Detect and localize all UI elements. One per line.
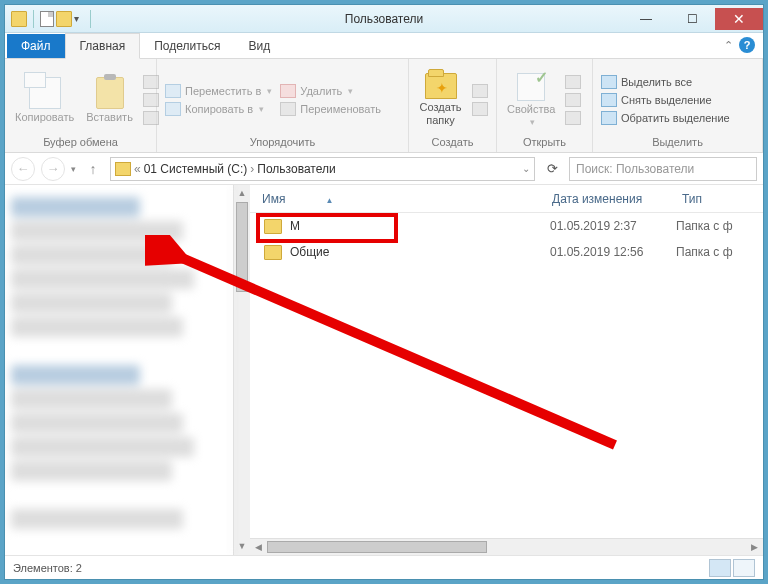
close-button[interactable]: ✕ xyxy=(715,8,763,30)
folder-icon xyxy=(115,162,131,176)
copy-path-button[interactable] xyxy=(141,92,161,108)
file-name: M xyxy=(290,219,546,233)
file-type: Папка с ф xyxy=(676,245,733,259)
invert-selection-button[interactable]: Обратить выделение xyxy=(599,110,732,126)
properties-button[interactable]: Свойства ▾ xyxy=(503,71,559,129)
tab-share[interactable]: Поделиться xyxy=(140,34,234,58)
list-item[interactable]: Общие 01.05.2019 12:56 Папка с ф xyxy=(250,239,763,265)
new-folder-button[interactable]: Создать папку xyxy=(415,71,466,127)
copy-to-button[interactable]: Копировать в▾ xyxy=(163,101,274,117)
column-date[interactable]: Дата изменения xyxy=(540,192,670,206)
back-button[interactable]: ← xyxy=(11,157,35,181)
nav-scrollbar[interactable]: ▲▼ xyxy=(233,185,250,555)
maximize-button[interactable]: ☐ xyxy=(669,8,715,30)
view-icons-button[interactable] xyxy=(733,559,755,577)
tab-view[interactable]: Вид xyxy=(234,34,284,58)
copy-button[interactable]: Копировать xyxy=(11,75,78,125)
address-seg-folder[interactable]: Пользователи xyxy=(257,162,335,176)
list-item[interactable]: M 01.05.2019 2:37 Папка с ф xyxy=(250,213,763,239)
ribbon-expand-icon[interactable]: ⌃ xyxy=(724,39,733,52)
help-icon[interactable]: ? xyxy=(739,37,755,53)
copy-label: Копировать xyxy=(15,111,74,123)
open-group-label: Открыть xyxy=(503,136,586,150)
minimize-button[interactable]: — xyxy=(623,8,669,30)
organize-group-label: Упорядочить xyxy=(163,136,402,150)
status-text: Элементов: 2 xyxy=(13,562,82,574)
select-all-button[interactable]: Выделить все xyxy=(599,74,732,90)
file-name: Общие xyxy=(290,245,546,259)
ribbon-tabs: Файл Главная Поделиться Вид ⌃ ? xyxy=(5,33,763,59)
title-bar: ▾ Пользователи — ☐ ✕ xyxy=(5,5,763,33)
edit-button[interactable] xyxy=(563,92,583,108)
properties-icon xyxy=(517,73,545,101)
folder-icon xyxy=(264,245,282,260)
rename-button[interactable]: Переименовать xyxy=(278,101,383,117)
window-title: Пользователи xyxy=(345,12,423,26)
qat-dropdown[interactable]: ▾ xyxy=(74,13,84,24)
folder-icon xyxy=(264,219,282,234)
paste-label: Вставить xyxy=(86,111,133,123)
explorer-window: ▾ Пользователи — ☐ ✕ Файл Главная Подели… xyxy=(4,4,764,580)
content-area: ▲▼ Имя▲ Дата изменения Тип M 01.05.2019 … xyxy=(5,185,763,555)
address-row: ← → ▾ ↑ « 01 Системный (C:) › Пользовате… xyxy=(5,153,763,185)
app-icon xyxy=(11,11,27,27)
address-bar[interactable]: « 01 Системный (C:) › Пользователи ⌄ xyxy=(110,157,535,181)
ribbon: Копировать Вставить Буфер обмена Перемес… xyxy=(5,59,763,153)
paste-shortcut-button[interactable] xyxy=(141,110,161,126)
easy-access-button[interactable] xyxy=(470,101,490,117)
file-date: 01.05.2019 12:56 xyxy=(546,245,676,259)
new-group-label: Создать xyxy=(415,136,490,150)
open-button[interactable] xyxy=(563,74,583,90)
tab-file[interactable]: Файл xyxy=(7,34,65,58)
search-input[interactable]: Поиск: Пользователи xyxy=(569,157,757,181)
delete-button[interactable]: Удалить▾ xyxy=(278,83,383,99)
properties-label: Свойства xyxy=(507,103,555,115)
tab-home[interactable]: Главная xyxy=(65,33,141,59)
qat-properties-icon[interactable] xyxy=(56,11,72,27)
copy-icon xyxy=(29,77,61,109)
select-group-label: Выделить xyxy=(599,136,756,150)
move-to-button[interactable]: Переместить в▾ xyxy=(163,83,274,99)
cut-button[interactable] xyxy=(141,74,161,90)
new-item-button[interactable] xyxy=(470,83,490,99)
select-none-button[interactable]: Снять выделение xyxy=(599,92,732,108)
forward-button[interactable]: → xyxy=(41,157,65,181)
status-bar: Элементов: 2 xyxy=(5,555,763,579)
clipboard-group-label: Буфер обмена xyxy=(11,136,150,150)
refresh-button[interactable]: ⟳ xyxy=(541,161,563,176)
new-folder-icon xyxy=(425,73,457,99)
column-name[interactable]: Имя▲ xyxy=(250,192,540,206)
column-headers: Имя▲ Дата изменения Тип xyxy=(250,185,763,213)
qat-new-icon[interactable] xyxy=(40,11,54,27)
history-button[interactable] xyxy=(563,110,583,126)
file-date: 01.05.2019 2:37 xyxy=(546,219,676,233)
navigation-pane[interactable] xyxy=(5,185,233,555)
file-type: Папка с ф xyxy=(676,219,733,233)
history-dropdown[interactable]: ▾ xyxy=(71,164,76,174)
view-details-button[interactable] xyxy=(709,559,731,577)
new-folder-label: Создать папку xyxy=(419,101,462,125)
file-list: Имя▲ Дата изменения Тип M 01.05.2019 2:3… xyxy=(250,185,763,555)
paste-button[interactable]: Вставить xyxy=(82,75,137,125)
list-scrollbar-h[interactable]: ◀▶ xyxy=(250,538,763,555)
paste-icon xyxy=(96,77,124,109)
column-type[interactable]: Тип xyxy=(670,192,763,206)
up-button[interactable]: ↑ xyxy=(82,158,104,180)
address-seg-drive[interactable]: 01 Системный (C:) xyxy=(144,162,248,176)
